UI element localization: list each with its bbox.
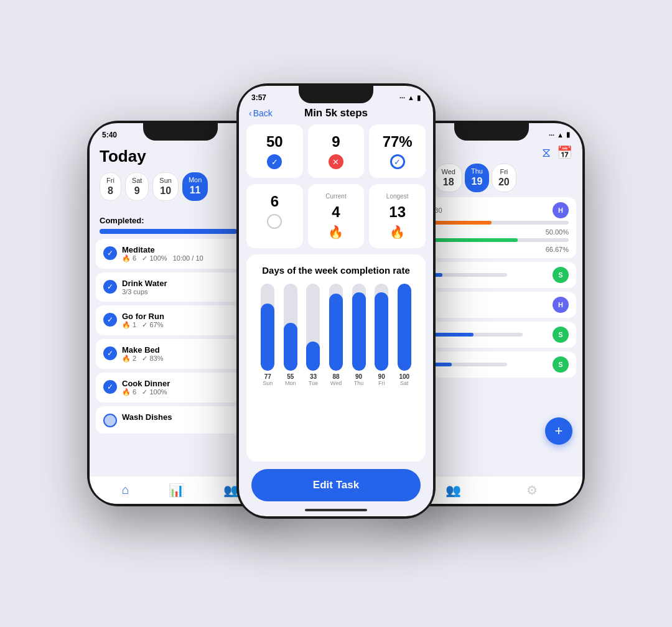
- progress-track-orange: [414, 221, 569, 225]
- bar-pct: 55: [287, 373, 294, 380]
- notch-center: [299, 86, 373, 103]
- notch-right: [454, 123, 529, 141]
- people-icon-right[interactable]: 👥: [446, 483, 461, 498]
- stat-card-50[interactable]: 50 ✓: [246, 124, 303, 178]
- stats-grid-top: 50 ✓ 9 ✕ 77% ✓: [239, 124, 433, 178]
- day-sat[interactable]: Sat 9: [125, 172, 149, 201]
- signal-icon: ···: [399, 94, 405, 101]
- bar-day: Wed: [330, 380, 342, 386]
- back-button[interactable]: ‹ Back: [249, 108, 273, 118]
- edit-task-button[interactable]: Edit Task: [251, 469, 421, 501]
- calendar-icon[interactable]: 📅: [557, 145, 572, 160]
- stat-card-9[interactable]: 9 ✕: [308, 124, 365, 178]
- bar-fill: [261, 304, 274, 371]
- task-row: S: [414, 327, 569, 343]
- pct-label-green: 66.67%: [414, 246, 569, 253]
- bar-fill: [352, 292, 366, 371]
- wifi-icon-right: ▲: [557, 131, 564, 139]
- bar-wrapper: [398, 284, 411, 371]
- stat-value: 4: [332, 203, 340, 221]
- task-check-icon: ✓: [103, 313, 117, 327]
- bar-fill: [329, 294, 343, 370]
- stat-value: 77%: [383, 133, 413, 151]
- battery-icon-center: ▮: [417, 94, 421, 102]
- task-check-icon: ✓: [103, 280, 117, 294]
- day-wed[interactable]: Wed 18: [435, 164, 462, 192]
- check-blue-icon: ✓: [267, 154, 282, 169]
- task-row: S: [414, 267, 569, 283]
- bar-day: Sat: [400, 380, 409, 386]
- center-header: ‹ Back Min 5k steps: [239, 104, 433, 124]
- day-label: Mon: [189, 176, 202, 183]
- bar-chart: 77 Sun 55 Mon: [254, 287, 418, 386]
- filter-icon[interactable]: ⧖: [542, 146, 551, 160]
- stat-card-77[interactable]: 77% ✓: [369, 124, 426, 178]
- avatar-s: S: [553, 267, 569, 283]
- bar-day: Sun: [263, 380, 273, 386]
- stat-value: 6: [271, 193, 279, 210]
- bar-pct: 77: [264, 373, 271, 380]
- progress-track-green: [414, 238, 569, 242]
- task-row-time: 🕐 08:30 H: [414, 202, 569, 218]
- signal-icon-right: ···: [549, 131, 554, 139]
- bar-pct: 88: [332, 373, 339, 380]
- day-sun[interactable]: Sun 10: [152, 172, 179, 201]
- day-mon-active[interactable]: Mon 11: [182, 172, 208, 201]
- stats-grid-bottom: 6 Current 4 🔥 Longest 13 🔥: [239, 184, 433, 248]
- home-bar: [305, 509, 367, 511]
- phone-center-inner: 3:57 ··· ▲ ▮ ‹ Back Min 5k steps: [239, 86, 433, 516]
- status-icons-right: ··· ▲ ▮: [549, 131, 570, 139]
- day-thu-active[interactable]: Thu 19: [465, 164, 489, 192]
- notch-left: [143, 123, 218, 141]
- bar-wrapper: [329, 284, 343, 371]
- day-label: Sun: [159, 177, 172, 184]
- bar-tue: 33 Tue: [304, 284, 322, 386]
- day-num: 8: [108, 185, 113, 197]
- bar-fill: [306, 341, 320, 370]
- stat-card-current[interactable]: Current 4 🔥: [308, 184, 365, 248]
- day-label: Fri: [500, 168, 508, 175]
- bar-wrapper: [306, 284, 320, 371]
- status-time-left: 5:40: [102, 131, 117, 139]
- day-fri-right[interactable]: Fri 20: [492, 164, 516, 192]
- bar-pct: 100: [399, 373, 409, 380]
- progress-fill: [100, 229, 237, 234]
- stat-card-6[interactable]: 6: [246, 184, 303, 248]
- task-row: S: [414, 356, 569, 373]
- chart-section: Days of the week completion rate 77 Sun: [246, 254, 426, 462]
- check-blue-outline-icon: ✓: [390, 154, 405, 169]
- bar-wrapper: [284, 284, 297, 371]
- bar-sat: 100 Sat: [395, 284, 413, 386]
- fab-button[interactable]: +: [545, 417, 572, 445]
- home-icon[interactable]: ⌂: [122, 483, 129, 498]
- day-num: 11: [190, 185, 201, 196]
- bar-fri: 90 Fri: [373, 284, 391, 386]
- chart-icon[interactable]: 📊: [169, 483, 184, 498]
- battery-icon-right: ▮: [566, 131, 570, 139]
- bar-day: Mon: [285, 380, 296, 386]
- task-check-icon: ✓: [103, 380, 117, 394]
- bar-mon: 55 Mon: [282, 284, 300, 386]
- bar-wrapper: [261, 284, 274, 371]
- bar-wrapper: [352, 284, 366, 371]
- bar-pct: 90: [355, 373, 362, 380]
- day-num: 9: [134, 185, 140, 197]
- wifi-icon-center: ▲: [408, 94, 414, 101]
- bar-thu: 90 Thu: [350, 284, 368, 386]
- day-num: 19: [472, 176, 483, 187]
- stat-value: 50: [266, 133, 283, 151]
- day-label: Thu: [471, 167, 483, 175]
- back-label: Back: [253, 108, 273, 118]
- bar-wrapper: [375, 284, 388, 371]
- day-fri[interactable]: Fri 8: [100, 172, 121, 201]
- day-num: 10: [160, 185, 171, 197]
- day-label: Sat: [132, 177, 142, 184]
- chart-title: Days of the week completion rate: [254, 264, 418, 277]
- gear-icon-right[interactable]: ⚙: [526, 483, 538, 498]
- task-row: 0% H: [414, 297, 569, 313]
- bar-fill: [284, 323, 297, 371]
- avatar-s-3: S: [553, 356, 569, 373]
- task-check-icon: [103, 414, 117, 427]
- center-content: 3:57 ··· ▲ ▮ ‹ Back Min 5k steps: [239, 86, 433, 516]
- stat-card-longest[interactable]: Longest 13 🔥: [369, 184, 426, 248]
